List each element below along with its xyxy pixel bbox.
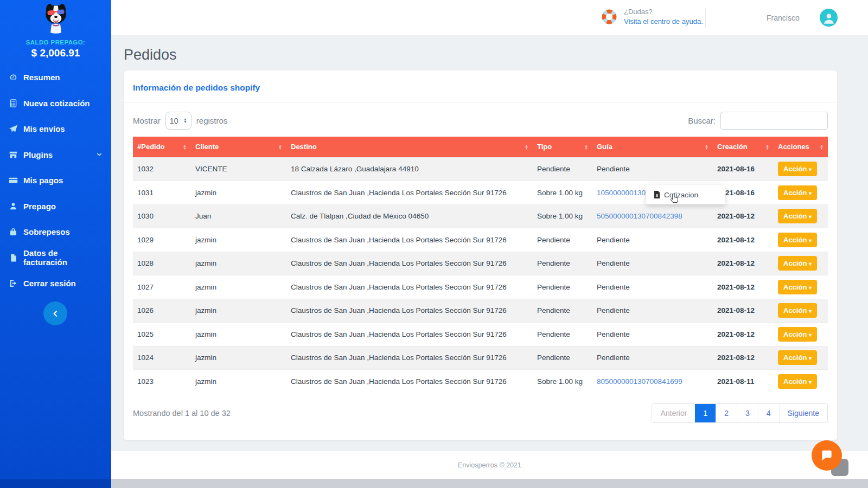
table-row: 1025jazminClaustros de San Juan ,Haciend…	[133, 323, 828, 346]
table-row: 1032VICENTE18 Calzada Lázaro ,Guadalajar…	[133, 157, 828, 181]
table-controls: Mostrar 10 ▲▼ registros Buscar:	[124, 102, 837, 137]
sort-icon[interactable]: ▲▼	[183, 144, 187, 150]
page-button-3[interactable]: 3	[737, 404, 758, 422]
column-header[interactable]: Cliente▲▼	[191, 137, 286, 157]
sidebar-collapse-button[interactable]	[43, 301, 67, 325]
cell-cliente: jazmin	[191, 346, 286, 370]
cell-acciones: Acción ▾	[774, 228, 828, 252]
page-size-select[interactable]: 10 ▲▼	[165, 112, 192, 130]
select-arrows-icon: ▲▼	[183, 118, 187, 123]
sidebar-item-cerrar-sesion[interactable]: Cerrar sesión	[0, 271, 111, 297]
user-avatar[interactable]	[820, 9, 838, 27]
sidebar-item-mis-pagos[interactable]: Mis pagos	[0, 168, 111, 194]
action-button[interactable]: Acción ▾	[778, 327, 817, 342]
cell-tipo: Pendiente	[533, 228, 592, 252]
pagination: Anterior 1234 Siguiente	[652, 403, 828, 423]
cell-creacion: 2021-08-16	[713, 157, 774, 181]
pagination-previous[interactable]: Anterior	[652, 404, 695, 422]
cell-cliente: Juan	[191, 204, 286, 228]
help-center-text[interactable]: Visita el centro de ayuda.	[624, 17, 703, 27]
copyright: Enviosperros © 2021	[458, 461, 521, 469]
cell-creacion: 2021-08-12	[713, 252, 774, 275]
cell-guia: 805000000130700841699	[592, 370, 713, 394]
sort-icon[interactable]: ▲▼	[584, 144, 588, 150]
cell-pedido: 1027	[133, 275, 191, 299]
sidebar-item-sobrepesos[interactable]: Sobrepesos	[0, 219, 111, 245]
search-input[interactable]	[720, 112, 828, 130]
cell-tipo: Pendiente	[533, 346, 592, 370]
column-header[interactable]: Tipo▲▼	[533, 137, 592, 157]
sidebar-item-datos-de-facturacion[interactable]: Datos de facturación	[0, 245, 111, 271]
cell-guia: Pendiente	[592, 299, 713, 323]
sidebar-item-prepago[interactable]: Prepago	[0, 194, 111, 220]
calculator-icon	[9, 99, 18, 108]
sidebar: SALDO PREPAGO: $ 2,006.91 ResumenNueva c…	[0, 0, 111, 488]
sidebar-menu: ResumenNueva cotizaciónMis envíosPlugins…	[0, 65, 111, 297]
sidebar-item-label: Sobrepesos	[23, 227, 70, 236]
cell-cliente: VICENTE	[191, 157, 286, 181]
cell-cliente: jazmin	[191, 275, 286, 299]
orders-card: Información de pedidos shopify Mostrar 1…	[124, 70, 837, 440]
sidebar-item-label: Plugins	[23, 150, 53, 159]
action-button[interactable]: Acción ▾	[778, 303, 817, 318]
action-button[interactable]: Acción ▾	[778, 185, 817, 200]
sort-icon[interactable]: ▲▼	[525, 144, 528, 150]
life-ring-icon	[601, 9, 617, 25]
cell-creacion: 2021-08-12	[713, 346, 774, 370]
page-button-2[interactable]: 2	[716, 404, 737, 422]
cell-acciones: Acción ▾	[774, 346, 828, 370]
guia-link[interactable]: 805000000130700841699	[597, 377, 682, 386]
caret-down-icon: ▾	[809, 285, 812, 291]
action-button[interactable]: Acción ▾	[778, 350, 817, 365]
action-button[interactable]: Acción ▾	[778, 209, 817, 223]
cell-cliente: jazmin	[191, 370, 286, 394]
column-header[interactable]: Guía▲▼	[592, 137, 713, 157]
cell-creacion: 2021-08-12	[713, 275, 774, 299]
cell-acciones: Acción ▾	[774, 181, 828, 205]
sort-icon[interactable]: ▲▼	[765, 144, 769, 150]
caret-down-icon: ▾	[809, 379, 812, 385]
sort-icon[interactable]: ▲▼	[705, 144, 709, 150]
sort-icon[interactable]: ▲▼	[278, 144, 282, 150]
sort-icon[interactable]: ▲▼	[820, 144, 824, 150]
sidebar-item-label: Datos de facturación	[23, 248, 103, 267]
card-title: Información de pedidos shopify	[133, 83, 260, 92]
column-header[interactable]: Destino▲▼	[286, 137, 533, 157]
page-button-1[interactable]: 1	[695, 404, 716, 422]
action-button[interactable]: Acción ▾	[778, 280, 817, 294]
cell-pedido: 1026	[133, 299, 191, 323]
sidebar-item-nueva-cotizacion[interactable]: Nueva cotización	[0, 91, 111, 117]
table-row: 1027jazminClaustros de San Juan ,Haciend…	[133, 275, 828, 299]
sidebar-item-plugins[interactable]: Plugins	[0, 142, 111, 168]
credit-card-icon	[9, 176, 18, 185]
sidebar-item-resumen[interactable]: Resumen	[0, 65, 111, 91]
chat-button[interactable]	[812, 440, 842, 471]
sidebar-item-mis-envios[interactable]: Mis envíos	[0, 116, 111, 142]
caret-down-icon: ▾	[809, 214, 812, 220]
cell-tipo: Pendiente	[533, 275, 592, 299]
chevron-left-icon	[52, 310, 59, 317]
cell-cliente: jazmin	[191, 299, 286, 323]
user-icon	[9, 202, 18, 211]
cell-acciones: Acción ▾	[774, 299, 828, 323]
cell-destino: Calz. de Tlalpan ,Ciudad de México 04650	[286, 204, 533, 228]
column-header[interactable]: Creación▲▼	[713, 137, 774, 157]
footer: Enviosperros © 2021	[111, 451, 868, 479]
column-header[interactable]: Acciones▲▼	[774, 137, 828, 157]
action-button[interactable]: Acción ▾	[778, 233, 817, 247]
action-button[interactable]: Acción ▾	[778, 374, 817, 389]
pagination-next[interactable]: Siguiente	[779, 404, 827, 422]
cell-pedido: 1030	[133, 204, 191, 228]
cell-creacion: 2021-08-12	[713, 299, 774, 323]
page-title: Pedidos	[124, 47, 177, 63]
action-button[interactable]: Acción ▾	[778, 162, 817, 176]
search-label: Buscar:	[688, 116, 716, 125]
page-size-value: 10	[170, 117, 178, 125]
cell-destino: Claustros de San Juan ,Hacienda Los Port…	[286, 323, 533, 346]
column-header[interactable]: #Pedido▲▼	[133, 137, 191, 157]
help-center-link[interactable]: ¿Dudas? Visita el centro de ayuda.	[601, 7, 703, 26]
page-button-4[interactable]: 4	[758, 404, 779, 422]
table-row: 1029jazminClaustros de San Juan ,Haciend…	[133, 228, 828, 252]
guia-link[interactable]: 505000000130700842398	[597, 212, 682, 220]
action-button[interactable]: Acción ▾	[778, 256, 817, 271]
